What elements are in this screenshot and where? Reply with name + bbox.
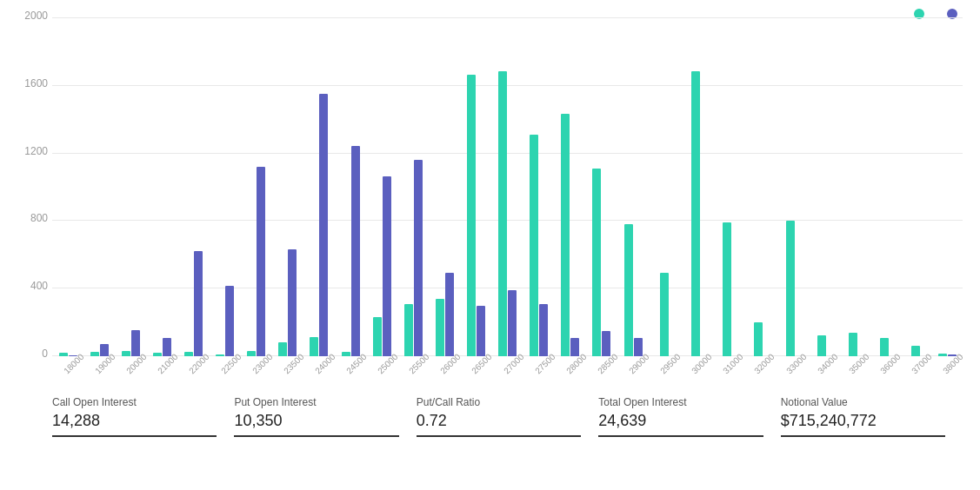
stat-item: Put Open Interest10,350 [234, 396, 398, 437]
bar-group [743, 17, 774, 356]
call-bar [247, 351, 256, 356]
y-tick-label: 400 [13, 280, 48, 292]
bar-group [460, 17, 491, 356]
stat-item: Call Open Interest14,288 [52, 396, 217, 437]
stat-label: Put Open Interest [234, 396, 390, 408]
bar-group [272, 17, 303, 356]
call-bar [723, 222, 731, 356]
call-bar [122, 351, 130, 356]
call-bar [498, 71, 507, 356]
call-bar [59, 353, 68, 356]
chart-area: 2000160012008004000 18000190002000021000… [52, 17, 963, 382]
bar-group [303, 17, 335, 356]
bar-group [177, 17, 209, 356]
bar-group [115, 17, 146, 356]
stats-bar: Call Open Interest14,288Put Open Interes… [52, 386, 963, 437]
bar-group [397, 17, 429, 356]
bar-group [931, 17, 963, 356]
stat-value: $715,240,772 [781, 412, 937, 430]
bar-group [146, 17, 177, 356]
call-bar [310, 337, 318, 356]
bar-group [837, 17, 869, 356]
bar-group [586, 17, 617, 356]
put-bar [445, 273, 454, 356]
stat-item: Notional Value$715,240,772 [781, 396, 945, 437]
call-bar [184, 352, 193, 356]
put-bar [383, 176, 391, 356]
chart-container: 2000160012008004000 18000190002000021000… [0, 0, 980, 490]
bar-group [775, 17, 806, 356]
call-bar [90, 352, 99, 356]
bar-group [429, 17, 460, 356]
bar-group [492, 17, 523, 356]
put-bar [414, 160, 423, 356]
bar-group [210, 17, 241, 356]
call-bar [530, 135, 538, 356]
call-bar [404, 304, 413, 356]
put-bar [508, 290, 517, 356]
bar-group [806, 17, 837, 356]
stat-value: 0.72 [417, 412, 572, 430]
bar-group [900, 17, 931, 356]
call-bar [467, 75, 476, 356]
stat-item: Total Open Interest24,639 [598, 396, 763, 437]
bar-group [555, 17, 586, 356]
stat-label: Notional Value [781, 396, 937, 408]
bar-group [52, 17, 83, 356]
y-tick-label: 1200 [13, 145, 48, 157]
call-bar [373, 317, 382, 356]
call-bar [849, 333, 857, 356]
bar-group [680, 17, 711, 356]
bar-group [617, 17, 649, 356]
stat-value: 14,288 [52, 412, 208, 430]
call-bar [754, 322, 763, 356]
bar-group [241, 17, 272, 356]
x-labels: 1800019000200002100022000225002300023500… [52, 358, 963, 382]
put-bar [288, 249, 297, 356]
call-bar [938, 354, 947, 356]
bar-group [83, 17, 115, 356]
y-tick-label: 2000 [13, 10, 48, 22]
call-bar [561, 114, 570, 356]
bars-area [52, 17, 963, 356]
call-bar [278, 342, 287, 356]
bar-group [649, 17, 680, 356]
put-bar [194, 251, 203, 356]
call-bar [153, 353, 162, 356]
call-bar [342, 352, 350, 356]
bar-group [711, 17, 743, 356]
put-bar [539, 304, 548, 356]
stat-value: 24,639 [598, 412, 754, 430]
call-bar [436, 299, 444, 356]
call-bar [216, 354, 224, 356]
y-tick-label: 1600 [13, 77, 48, 89]
bar-group [869, 17, 900, 356]
y-tick-label: 0 [13, 348, 48, 360]
put-bar [225, 286, 234, 356]
stat-value: 10,350 [234, 412, 390, 430]
y-tick-label: 800 [13, 212, 48, 224]
call-bar [624, 224, 633, 356]
put-bar [351, 146, 360, 356]
call-bar [691, 71, 700, 356]
bar-group [366, 17, 397, 356]
stat-label: Put/Call Ratio [417, 396, 572, 408]
stat-label: Call Open Interest [52, 396, 208, 408]
bar-group [335, 17, 366, 356]
call-bar [817, 335, 826, 356]
call-bar [660, 273, 669, 356]
call-bar [786, 221, 795, 356]
call-bar [592, 169, 601, 356]
put-bar [257, 167, 265, 356]
stat-label: Total Open Interest [598, 396, 754, 408]
put-bar [319, 94, 328, 356]
bar-group [523, 17, 555, 356]
stat-item: Put/Call Ratio0.72 [417, 396, 581, 437]
